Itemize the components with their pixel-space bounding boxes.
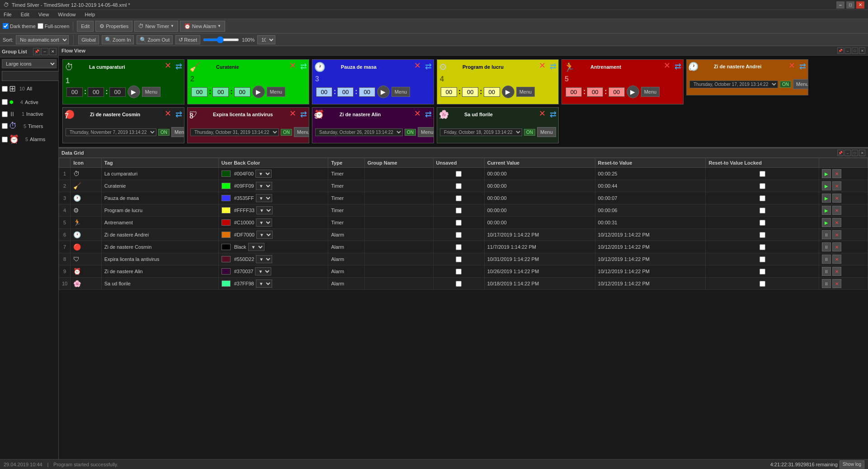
row-1-unsaved-check[interactable]: [456, 171, 462, 177]
row-3-unsaved-check[interactable]: [456, 195, 462, 201]
card-4-play[interactable]: ▶: [502, 85, 514, 98]
reset-button[interactable]: ↺ Reset: [175, 35, 200, 44]
row-2-play[interactable]: ▶: [822, 181, 831, 190]
row-8-unsaved-check[interactable]: [456, 256, 462, 262]
card-8-datetime[interactable]: Thursday, October 31, 2019 13:14:22: [190, 128, 279, 136]
row-3-play[interactable]: ▶: [822, 194, 831, 203]
row-3-delete[interactable]: ✕: [832, 194, 841, 203]
card-5-menu[interactable]: Menu: [641, 87, 660, 97]
card-7-datetime[interactable]: Thursday, November 7, 2019 13:14:22: [66, 128, 156, 136]
sort-select[interactable]: No automatic sort: [16, 35, 69, 44]
card-6-move[interactable]: ⇄: [799, 62, 806, 71]
card-8-menu[interactable]: Menu: [294, 127, 309, 137]
card-5-close[interactable]: ✕: [664, 62, 670, 70]
row-8-pause[interactable]: ⏸: [822, 255, 831, 264]
row-1-play[interactable]: ▶: [822, 169, 831, 178]
row-9-unsaved-check[interactable]: [456, 269, 462, 275]
row-8-delete[interactable]: ✕: [832, 255, 841, 264]
sidebar-item-all[interactable]: ⊞ 10 All: [0, 82, 58, 95]
row-7-color-select[interactable]: ▼: [248, 243, 264, 251]
card-6-close[interactable]: ✕: [788, 62, 795, 70]
new-alarm-button[interactable]: ⏰ New Alarm ▼: [180, 21, 225, 32]
row-1-color-select[interactable]: ▼: [255, 170, 272, 178]
card-10-close[interactable]: ✕: [539, 109, 546, 118]
card-10-move[interactable]: ⇄: [550, 109, 557, 119]
row-10-delete[interactable]: ✕: [832, 279, 841, 288]
sidebar-pin-button[interactable]: 📌: [33, 48, 40, 55]
row-5-delete[interactable]: ✕: [832, 218, 841, 227]
row-10-color-select[interactable]: ▼: [256, 280, 272, 288]
all-checkbox[interactable]: [2, 86, 8, 92]
card-7-close[interactable]: ✕: [165, 109, 171, 118]
row-9-delete[interactable]: ✕: [832, 267, 841, 276]
row-6-delete[interactable]: ✕: [832, 230, 841, 239]
row-4-play[interactable]: ▶: [822, 206, 831, 215]
card-5-play[interactable]: ▶: [627, 85, 639, 98]
row-7-delete[interactable]: ✕: [832, 242, 841, 251]
row-7-pause[interactable]: ⏸: [822, 242, 831, 251]
flow-close-button[interactable]: ✕: [859, 47, 865, 54]
timers-checkbox[interactable]: [2, 123, 8, 129]
card-4-move[interactable]: ⇄: [550, 62, 557, 71]
row-8-color-select[interactable]: ▼: [256, 255, 272, 263]
row-5-color-select[interactable]: ▼: [256, 218, 272, 227]
card-3-close[interactable]: ✕: [414, 62, 421, 70]
row-2-delete[interactable]: ✕: [832, 181, 841, 190]
card-8-close[interactable]: ✕: [289, 109, 296, 118]
row-9-color-select[interactable]: ▼: [255, 267, 271, 275]
row-9-pause[interactable]: ⏸: [822, 267, 831, 276]
flow-pin-button[interactable]: 📌: [837, 47, 844, 54]
row-5-locked-check[interactable]: [760, 220, 765, 226]
row-6-unsaved-check[interactable]: [456, 232, 462, 238]
minimize-button[interactable]: –: [836, 1, 844, 9]
new-timer-button[interactable]: ⏱ New Timer ▼: [134, 21, 178, 32]
card-10-menu[interactable]: Menu: [537, 127, 556, 137]
row-1-locked-check[interactable]: [760, 171, 765, 177]
row-6-color-select[interactable]: ▼: [256, 231, 273, 239]
card-9-menu[interactable]: Menu: [418, 127, 434, 137]
row-4-locked-check[interactable]: [760, 208, 765, 213]
row-9-locked-check[interactable]: [760, 269, 765, 275]
menu-file[interactable]: File: [2, 11, 14, 18]
alarms-checkbox[interactable]: [2, 137, 8, 142]
card-1-move[interactable]: ⇄: [175, 62, 182, 71]
card-10-datetime[interactable]: Friday, October 18, 2019 13:14:22: [440, 128, 522, 136]
show-log-button[interactable]: Show log: [840, 460, 864, 469]
flow-maximize-button[interactable]: □: [852, 47, 858, 54]
grid-close-button[interactable]: ✕: [859, 150, 865, 156]
row-5-unsaved-check[interactable]: [456, 220, 462, 226]
zoom-slider[interactable]: [203, 38, 239, 41]
inactive-checkbox[interactable]: [2, 111, 8, 117]
card-4-menu[interactable]: Menu: [516, 87, 535, 97]
zoom-out-button[interactable]: 🔍 Zoom Out: [137, 35, 173, 44]
row-10-unsaved-check[interactable]: [456, 281, 462, 287]
sidebar-item-alarms[interactable]: ⏰ 5 Alarms: [0, 133, 58, 146]
row-8-locked-check[interactable]: [760, 256, 765, 262]
card-4-close[interactable]: ✕: [539, 62, 546, 70]
row-6-pause[interactable]: ⏸: [822, 230, 831, 239]
row-5-play[interactable]: ▶: [822, 218, 831, 227]
row-3-color-select[interactable]: ▼: [256, 194, 272, 202]
card-6-datetime[interactable]: Thursday, October 17, 2019 13:14:22: [689, 81, 778, 88]
row-2-unsaved-check[interactable]: [456, 183, 462, 189]
card-6-menu[interactable]: Menu: [793, 79, 808, 89]
card-2-move[interactable]: ⇄: [300, 62, 307, 71]
menu-window[interactable]: Window: [56, 11, 77, 18]
card-7-move[interactable]: ⇄: [175, 109, 182, 119]
sidebar-minimize-button[interactable]: –: [41, 48, 48, 55]
card-7-menu[interactable]: Menu: [171, 127, 184, 137]
sidebar-item-timers[interactable]: ⏱ 5 Timers: [0, 119, 58, 133]
card-2-close[interactable]: ✕: [289, 62, 296, 70]
row-6-locked-check[interactable]: [760, 232, 765, 238]
card-2-play[interactable]: ▶: [252, 85, 265, 98]
card-3-play[interactable]: ▶: [377, 85, 390, 98]
grid-maximize-button[interactable]: □: [852, 150, 858, 156]
properties-button[interactable]: ⚙ Properties: [95, 21, 132, 32]
card-8-move[interactable]: ⇄: [300, 109, 307, 119]
card-1-close[interactable]: ✕: [165, 62, 171, 70]
global-button[interactable]: Global: [78, 35, 99, 44]
row-7-unsaved-check[interactable]: [456, 244, 462, 250]
dark-theme-checkbox[interactable]: Dark theme: [3, 23, 36, 29]
grid-minimize-button[interactable]: –: [844, 150, 851, 156]
row-3-locked-check[interactable]: [760, 195, 765, 201]
